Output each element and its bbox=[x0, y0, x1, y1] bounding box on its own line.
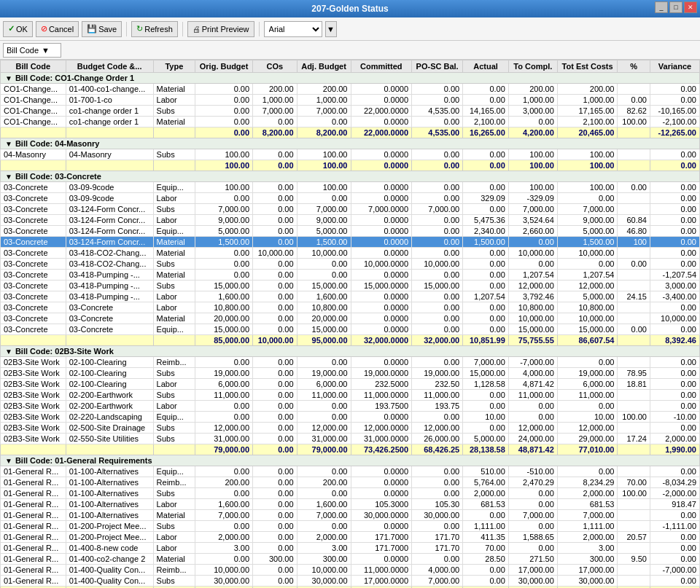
table-row[interactable]: 03-Concrete03-418-Pumping -...Labor1,600… bbox=[1, 291, 700, 302]
data-cell: 193.7500 bbox=[351, 401, 412, 412]
table-row[interactable]: CO1-Change...01-700-1-coLabor0.001,000.0… bbox=[1, 95, 700, 106]
table-row[interactable]: 01-General R...01-200-Project Mee...Labo… bbox=[1, 532, 700, 543]
font-selector[interactable]: Arial bbox=[264, 21, 322, 37]
table-row[interactable]: 01-General R...01-100-AlternativesReimb.… bbox=[1, 477, 700, 488]
data-cell: 193.75 bbox=[412, 401, 463, 412]
data-cell: 1,000.00 bbox=[297, 95, 351, 106]
data-cell: 0.0000 bbox=[351, 554, 412, 565]
font-dropdown-arrow[interactable]: ▼ bbox=[325, 21, 337, 37]
table-row[interactable]: CO1-Change...co1-change order 1Subs0.007… bbox=[1, 106, 700, 117]
table-container[interactable]: Bill Code Budget Code &... Type Orig. Bu… bbox=[0, 60, 700, 588]
data-cell: 17.24 bbox=[618, 434, 650, 444]
table-row[interactable]: 01-General R...01-400-Quality Con...Reim… bbox=[1, 565, 700, 576]
save-button[interactable]: 💾 Save bbox=[82, 21, 122, 37]
table-row[interactable]: 03-Concrete03-124-Form Concr...Labor9,00… bbox=[1, 215, 700, 226]
table-row[interactable]: ▼Bill Code: 03-Concrete bbox=[1, 171, 700, 182]
table-row[interactable]: 03-Concrete03-ConcreteLabor10,800.000.00… bbox=[1, 302, 700, 313]
bill-code-dropdown[interactable]: Bill Code ▼ bbox=[3, 43, 61, 58]
data-cell: 0.00 bbox=[253, 543, 298, 554]
ok-label: OK bbox=[16, 25, 28, 34]
data-cell: 7,000.00 bbox=[557, 510, 618, 521]
data-cell: 0.00 bbox=[412, 313, 463, 324]
col-orig-budget: Orig. Budget bbox=[195, 60, 253, 73]
table-row[interactable]: 01-General R...01-100-AlternativesMateri… bbox=[1, 510, 700, 521]
table-row[interactable]: 03-Concrete03-09-9codeLabor0.000.000.000… bbox=[1, 193, 700, 204]
print-preview-button[interactable]: 🖨 Print Preview bbox=[187, 21, 254, 37]
data-cell: 01-200-Project Mee... bbox=[66, 532, 153, 543]
data-cell: 1,207.54 bbox=[508, 270, 557, 281]
table-row[interactable]: ▼Bill Code: 04-Masonry bbox=[1, 138, 700, 149]
data-cell: 411.35 bbox=[463, 532, 509, 543]
data-cell: 02-200-Earthwork bbox=[66, 390, 153, 401]
data-cell: 0.00 bbox=[412, 182, 463, 193]
data-cell: 1,128.58 bbox=[463, 379, 509, 390]
table-row[interactable]: 04-Masonry04-MasonrySubs100.000.00100.00… bbox=[1, 149, 700, 160]
table-row[interactable]: 03-Concrete03-124-Form Concr...Material1… bbox=[1, 237, 700, 248]
data-cell: 0.00 bbox=[195, 248, 253, 259]
data-cell: 0.00 bbox=[463, 95, 509, 106]
maximize-button[interactable]: □ bbox=[669, 1, 682, 13]
table-row[interactable]: 03-Concrete03-124-Form Concr...Equip...5… bbox=[1, 226, 700, 237]
data-cell: CO1-Change... bbox=[1, 117, 66, 128]
table-row[interactable]: 79,000.000.0079,000.0073,426.250068,426.… bbox=[1, 444, 700, 455]
table-row[interactable]: 100.000.00100.000.00000.000.00100.00100.… bbox=[1, 160, 700, 171]
data-cell: 01-100-Alternatives bbox=[66, 466, 153, 477]
table-row[interactable]: ▼Bill Code: 02B3-Site Work bbox=[1, 346, 700, 357]
table-row[interactable]: 01-General R...01-400-co2-change 2Materi… bbox=[1, 554, 700, 565]
subtotal-cell: 77,010.00 bbox=[557, 444, 618, 455]
table-row[interactable]: 01-General R...01-100-AlternativesLabor1… bbox=[1, 499, 700, 510]
table-row[interactable]: CO1-Change...01-400-co1-change...Materia… bbox=[1, 84, 700, 95]
table-row[interactable]: 0.008,200.008,200.0022,000.00004,535.001… bbox=[1, 128, 700, 138]
data-cell: 10,000.00 bbox=[253, 248, 298, 259]
data-cell: 19,000.00 bbox=[195, 368, 253, 379]
bill-code-header-cell: ▼Bill Code: CO1-Change Order 1 bbox=[1, 73, 700, 84]
close-button[interactable]: ✕ bbox=[684, 1, 697, 13]
table-row[interactable]: 02B3-Site Work02-100-ClearingReimb...0.0… bbox=[1, 357, 700, 368]
data-cell bbox=[618, 499, 650, 510]
table-row[interactable]: 03-Concrete03-418-Pumping -...Material0.… bbox=[1, 270, 700, 281]
table-row[interactable]: 01-General R...01-400-Quality Con...Subs… bbox=[1, 576, 700, 587]
ok-button[interactable]: ✓ OK bbox=[3, 21, 33, 37]
table-row[interactable]: 01-General R...01-100-AlternativesEquip.… bbox=[1, 466, 700, 477]
table-row[interactable]: 01-General R...01-200-Project Mee...Subs… bbox=[1, 521, 700, 532]
table-row[interactable]: 85,000.0010,000.0095,000.0032,000.000032… bbox=[1, 335, 700, 346]
table-row[interactable]: 02B3-Site Work02-100-ClearingLabor6,000.… bbox=[1, 379, 700, 390]
table-row[interactable]: CO1-Change...co1-change order 1Material0… bbox=[1, 117, 700, 128]
minimize-button[interactable]: _ bbox=[655, 1, 668, 13]
data-cell: 0.00 bbox=[253, 313, 298, 324]
table-row[interactable]: 02B3-Site Work02-100-ClearingSubs19,000.… bbox=[1, 368, 700, 379]
table-row[interactable]: 03-Concrete03-09-9codeEquip...100.000.00… bbox=[1, 182, 700, 193]
table-row[interactable]: 02B3-Site Work02-550-Site UtilitiesSubs3… bbox=[1, 434, 700, 444]
table-row[interactable]: 03-Concrete03-124-Form Concr...Subs7,000… bbox=[1, 204, 700, 215]
data-cell: 2,340.00 bbox=[463, 226, 509, 237]
table-row[interactable]: 02B3-Site Work02-200-EarthworkLabor0.000… bbox=[1, 401, 700, 412]
table-body: ▼Bill Code: CO1-Change Order 1CO1-Change… bbox=[1, 73, 700, 589]
data-cell: 0.00 bbox=[508, 401, 557, 412]
selected-cell: 03-124-Form Concr... bbox=[66, 237, 153, 248]
data-cell: 100.00 bbox=[297, 149, 351, 160]
data-cell: 3.00 bbox=[195, 543, 253, 554]
data-cell: 0.00 bbox=[195, 466, 253, 477]
data-cell: 0.00 bbox=[412, 302, 463, 313]
table-row[interactable]: 02B3-Site Work02-500-Site DrainageSubs12… bbox=[1, 423, 700, 434]
table-row[interactable]: 02B3-Site Work02-220-LandscapingEquip...… bbox=[1, 412, 700, 423]
data-cell: 0.00 bbox=[508, 412, 557, 423]
cancel-button[interactable]: ⊘ Cancel bbox=[36, 21, 79, 37]
main-content: Bill Code Budget Code &... Type Orig. Bu… bbox=[0, 60, 700, 588]
refresh-button[interactable]: ↻ Refresh bbox=[131, 21, 178, 37]
table-row[interactable]: 03-Concrete03-418-CO2-Chang...Material0.… bbox=[1, 248, 700, 259]
subtotal-cell: 0.00 bbox=[463, 160, 509, 171]
table-row[interactable]: 03-Concrete03-418-Pumping -...Subs15,000… bbox=[1, 281, 700, 291]
table-row[interactable]: 03-Concrete03-ConcreteMaterial20,000.000… bbox=[1, 313, 700, 324]
table-row[interactable]: 01-General R...01-400-8-new codeLabor3.0… bbox=[1, 543, 700, 554]
data-cell: 0.00 bbox=[650, 204, 699, 215]
table-row[interactable]: ▼Bill Code: 01-General Requirements bbox=[1, 455, 700, 466]
data-cell: 02-100-Clearing bbox=[66, 357, 153, 368]
expand-icon: ▼ bbox=[5, 74, 12, 82]
table-row[interactable]: ▼Bill Code: CO1-Change Order 1 bbox=[1, 73, 700, 84]
table-row[interactable]: 03-Concrete03-418-CO2-Chang...Subs0.000.… bbox=[1, 259, 700, 270]
table-row[interactable]: 03-Concrete03-ConcreteEquip...15,000.000… bbox=[1, 324, 700, 335]
data-cell: 02-220-Landscaping bbox=[66, 412, 153, 423]
table-row[interactable]: 01-General R...01-100-AlternativesSubs0.… bbox=[1, 488, 700, 499]
table-row[interactable]: 02B3-Site Work02-200-EarthworkSubs11,000… bbox=[1, 390, 700, 401]
